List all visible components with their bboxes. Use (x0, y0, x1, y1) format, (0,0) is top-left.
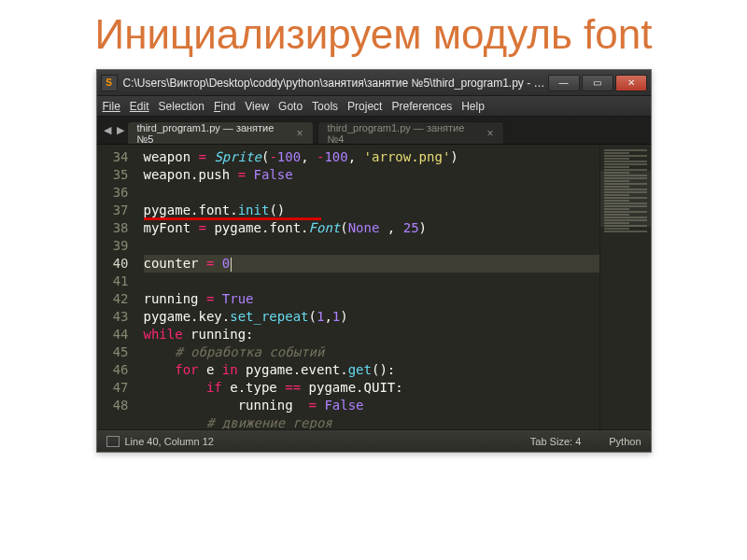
code-line: weapon.push = False (144, 166, 599, 184)
window-controls: — ▭ ✕ (548, 75, 647, 91)
minimap-viewport[interactable] (600, 171, 651, 227)
code-line: pygame.key.set_repeat(1,1) (144, 308, 599, 326)
code-area: 34 35 36 37 38 39 40 41 42 43 44 45 46 4… (97, 145, 651, 429)
status-tab-size[interactable]: Tab Size: 4 (530, 436, 581, 447)
minimize-button[interactable]: — (548, 75, 580, 91)
line-number: 45 (97, 343, 129, 361)
menu-edit[interactable]: Edit (130, 100, 149, 113)
line-number: 46 (97, 361, 129, 379)
code-line: # обработка событий (144, 343, 599, 361)
line-number: 41 (97, 273, 129, 290)
line-number-current: 40 (97, 255, 129, 273)
menu-view[interactable]: View (245, 100, 269, 113)
text-cursor (231, 258, 232, 272)
titlebar[interactable]: S C:\Users\Виктор\Desktop\coddy\python\з… (97, 70, 651, 96)
line-number: 39 (97, 237, 129, 255)
status-language[interactable]: Python (609, 436, 641, 447)
menu-file[interactable]: File (103, 100, 120, 113)
app-icon: S (101, 75, 118, 91)
tab-close-icon[interactable]: × (486, 127, 493, 140)
tab-label: third_program1.py — занятие №5 (137, 122, 289, 145)
menu-find[interactable]: Find (214, 100, 235, 113)
menu-tools[interactable]: Tools (312, 100, 338, 113)
code-line: running = False (144, 397, 599, 414)
line-number: 47 (97, 379, 129, 397)
menu-selection[interactable]: Selection (159, 100, 204, 113)
line-number: 44 (97, 326, 129, 343)
code-line: weapon = Sprite(-100, -100, 'arrow.png') (144, 148, 599, 166)
tab-active[interactable]: third_program1.py — занятие №5 × (127, 121, 314, 144)
tab-inactive[interactable]: third_program1.py — занятие №4 × (317, 121, 504, 144)
line-number: 34 (97, 148, 129, 166)
gutter: 34 35 36 37 38 39 40 41 42 43 44 45 46 4… (97, 145, 136, 429)
console-icon[interactable] (106, 436, 120, 447)
code-line (144, 184, 599, 202)
code-line: if e.type == pygame.QUIT: (144, 379, 599, 397)
line-number: 37 (97, 202, 129, 219)
editor-window: S C:\Users\Виктор\Desktop\coddy\python\з… (96, 69, 652, 453)
statusbar: Line 40, Column 12 Tab Size: 4 Python (97, 429, 651, 452)
tab-nav-right-icon[interactable]: ▶ (114, 124, 127, 136)
tab-row: ◀ ▶ third_program1.py — занятие №5 × thi… (97, 117, 651, 145)
window-title: C:\Users\Виктор\Desktop\coddy\python\зан… (123, 77, 548, 90)
line-number: 48 (97, 397, 129, 414)
maximize-button[interactable]: ▭ (582, 75, 613, 91)
code-line: # движение героя (144, 414, 599, 429)
code-line: myFont = pygame.font.Font(None , 25) (144, 219, 599, 237)
menu-project[interactable]: Project (347, 100, 382, 113)
code-line (144, 237, 599, 255)
status-line-col: Line 40, Column 12 (125, 436, 214, 447)
slide-title: Инициализируем модуль font (0, 0, 747, 62)
menu-preferences[interactable]: Preferences (391, 100, 452, 113)
line-number: 36 (97, 184, 129, 202)
code-line (144, 273, 599, 290)
menu-help[interactable]: Help (461, 100, 485, 113)
code-line: while running: (144, 326, 599, 343)
code-editor[interactable]: weapon = Sprite(-100, -100, 'arrow.png')… (136, 145, 599, 429)
close-button[interactable]: ✕ (615, 75, 647, 91)
line-number: 35 (97, 166, 129, 184)
minimap[interactable] (599, 145, 651, 429)
menubar: File Edit Selection Find View Goto Tools… (97, 96, 651, 117)
tab-nav-left-icon[interactable]: ◀ (101, 124, 114, 136)
code-line: running = True (144, 290, 599, 308)
tab-close-icon[interactable]: × (296, 127, 303, 140)
line-number: 42 (97, 290, 129, 308)
tab-label: third_program1.py — занятие №4 (328, 122, 480, 145)
line-number: 38 (97, 219, 129, 237)
code-line: pygame.font.init() (144, 202, 599, 219)
code-line-current: counter = 0 (144, 255, 599, 273)
menu-goto[interactable]: Goto (278, 100, 303, 113)
line-number: 43 (97, 308, 129, 326)
code-line: for e in pygame.event.get(): (144, 361, 599, 379)
